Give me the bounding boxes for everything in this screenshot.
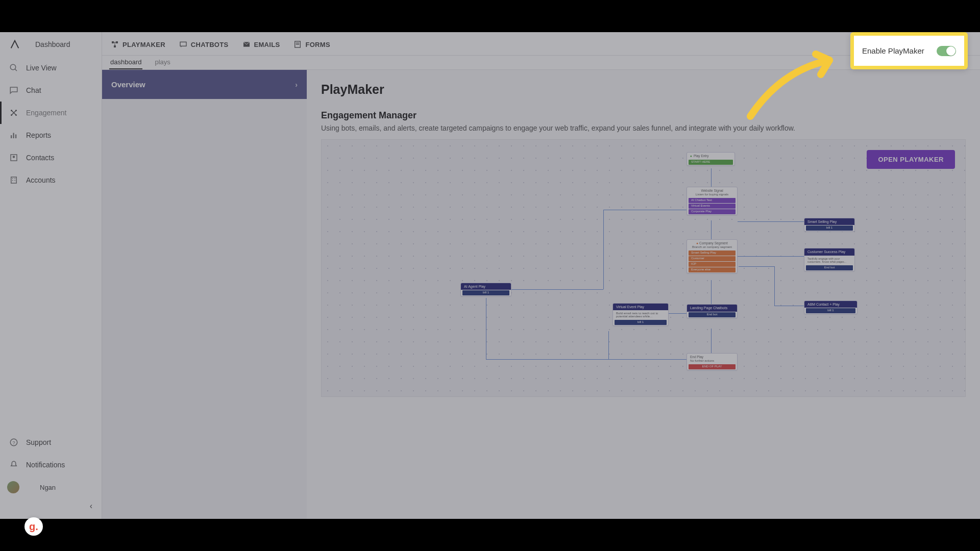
- sidebar-item-chat[interactable]: Chat: [0, 79, 102, 102]
- sidebar-item-support[interactable]: ? Support: [0, 431, 102, 454]
- app-logo-icon: [9, 38, 21, 51]
- node-landing[interactable]: Landing Page Chatbots End bot: [687, 304, 738, 318]
- svg-point-3: [15, 114, 17, 116]
- svg-rect-15: [15, 180, 16, 181]
- user-name: Ngan: [40, 484, 56, 491]
- sidebar-item-label: Contacts: [26, 154, 54, 162]
- topbar-tab-label: CHATBOTS: [191, 41, 229, 48]
- node-play-entry[interactable]: ●Play Entry START HERE: [687, 152, 735, 166]
- annotation-arrow-icon: [740, 50, 852, 127]
- svg-point-5: [11, 114, 12, 116]
- svg-rect-23: [180, 42, 186, 46]
- sidebar-item-label: Chat: [26, 86, 41, 94]
- sidebar-item-engagement[interactable]: Engagement: [0, 102, 102, 124]
- email-icon: [242, 40, 251, 49]
- svg-rect-11: [11, 177, 17, 183]
- engagement-icon: [9, 108, 19, 118]
- section-desc: Using bots, emails, and alerts, create t…: [321, 124, 966, 132]
- subtab-plays[interactable]: plays: [154, 58, 171, 69]
- topbar-tab-chatbots[interactable]: CHATBOTS: [179, 40, 229, 55]
- contact-icon: [9, 153, 19, 163]
- node-abm[interactable]: ABM Contact + Play bill 1: [804, 300, 857, 314]
- sidebar-item-label: Dashboard: [35, 40, 70, 48]
- bell-icon: [9, 460, 19, 470]
- grammarly-badge[interactable]: g.: [24, 517, 43, 536]
- topbar-tab-label: EMAILS: [254, 41, 280, 48]
- overview-card[interactable]: Overview ›: [102, 70, 307, 99]
- enable-playmaker-label: Enable PlayMaker: [862, 46, 924, 55]
- svg-point-4: [15, 110, 17, 111]
- node-virtual-event[interactable]: Virtual Event Play Build email nets to r…: [612, 303, 669, 326]
- svg-rect-7: [13, 133, 14, 139]
- collapse-sidebar-button[interactable]: ‹: [0, 498, 102, 514]
- flow-icon: [110, 40, 119, 49]
- page-title: PlayMaker: [321, 82, 966, 97]
- svg-rect-14: [12, 180, 13, 181]
- bar-chart-icon: [9, 130, 19, 140]
- svg-rect-6: [11, 135, 12, 138]
- topbar-tab-playmaker[interactable]: PLAYMAKER: [110, 40, 165, 55]
- sidebar-item-accounts[interactable]: Accounts: [0, 169, 102, 191]
- chevron-right-icon: ›: [295, 81, 298, 89]
- sidebar-item-contacts[interactable]: Contacts: [0, 146, 102, 169]
- sidebar-item-reports[interactable]: Reports: [0, 124, 102, 146]
- chat-icon: [9, 85, 19, 95]
- node-company-segment[interactable]: ● Company SegmentBranch on company segme…: [687, 239, 738, 273]
- topbar-tab-label: FORMS: [305, 41, 330, 48]
- section-title: Engagement Manager: [321, 110, 966, 121]
- playmaker-canvas: OPEN PLAYMAKER ●Play Entry START HERE We…: [321, 139, 966, 397]
- content-panel: PlayMaker Engagement Manager Using bots,…: [307, 70, 980, 519]
- sidebar-item-label: Support: [26, 438, 51, 446]
- svg-rect-20: [114, 45, 116, 47]
- svg-point-10: [13, 156, 15, 158]
- building-icon: [9, 175, 19, 185]
- svg-line-1: [15, 69, 17, 71]
- svg-rect-18: [112, 41, 114, 43]
- subtab-dashboard[interactable]: dashboard: [109, 58, 142, 69]
- svg-point-0: [10, 64, 16, 70]
- sidebar-item-notifications[interactable]: Notifications: [0, 454, 102, 476]
- node-ai-agent[interactable]: AI Agent Play bill 1: [460, 283, 511, 296]
- svg-rect-12: [12, 178, 13, 179]
- node-smart-selling[interactable]: Smart Selling Play bill 1: [804, 218, 855, 232]
- toggle-knob: [946, 46, 955, 56]
- node-website-signal[interactable]: Website SignalListen for buying signals …: [687, 187, 738, 215]
- sidebar-user[interactable]: Ngan: [0, 476, 102, 498]
- globe-search-icon: [9, 63, 19, 73]
- sidebar-item-label: Accounts: [26, 176, 56, 184]
- topbar-tab-forms[interactable]: FORMS: [293, 40, 330, 55]
- avatar: [7, 481, 19, 493]
- sidebar-item-label: Live View: [26, 64, 57, 72]
- node-end-play[interactable]: End PlayNo further actions END OF PLAY: [687, 353, 738, 370]
- sidebar-item-label: Engagement: [26, 109, 66, 117]
- topbar-tab-label: PLAYMAKER: [122, 41, 165, 48]
- topbar-tab-emails[interactable]: EMAILS: [242, 40, 280, 55]
- enable-playmaker-toggle[interactable]: [937, 46, 956, 56]
- secondary-panel: Overview ›: [102, 70, 307, 519]
- sidebar-item-label: Reports: [26, 131, 51, 139]
- sidebar-item-label: Notifications: [26, 461, 65, 469]
- enable-playmaker-highlight: Enable PlayMaker: [850, 32, 968, 69]
- overview-label: Overview: [111, 80, 145, 89]
- svg-text:?: ?: [12, 440, 15, 445]
- help-icon: ?: [9, 437, 19, 447]
- svg-point-2: [11, 110, 12, 111]
- node-customer-success[interactable]: Customer Success Play Tactfully engage w…: [804, 248, 855, 271]
- chatbot-icon: [179, 40, 188, 49]
- left-sidebar: Dashboard Live View Chat Engagement: [0, 32, 102, 519]
- sidebar-item-liveview[interactable]: Live View: [0, 57, 102, 79]
- sidebar-item-dashboard[interactable]: Dashboard: [0, 32, 102, 57]
- svg-rect-19: [116, 41, 118, 43]
- chevron-left-icon: ‹: [90, 502, 92, 510]
- svg-rect-13: [15, 178, 16, 179]
- form-icon: [293, 40, 302, 49]
- flow-diagram: ●Play Entry START HERE Website SignalLis…: [322, 140, 965, 396]
- svg-rect-8: [15, 135, 16, 139]
